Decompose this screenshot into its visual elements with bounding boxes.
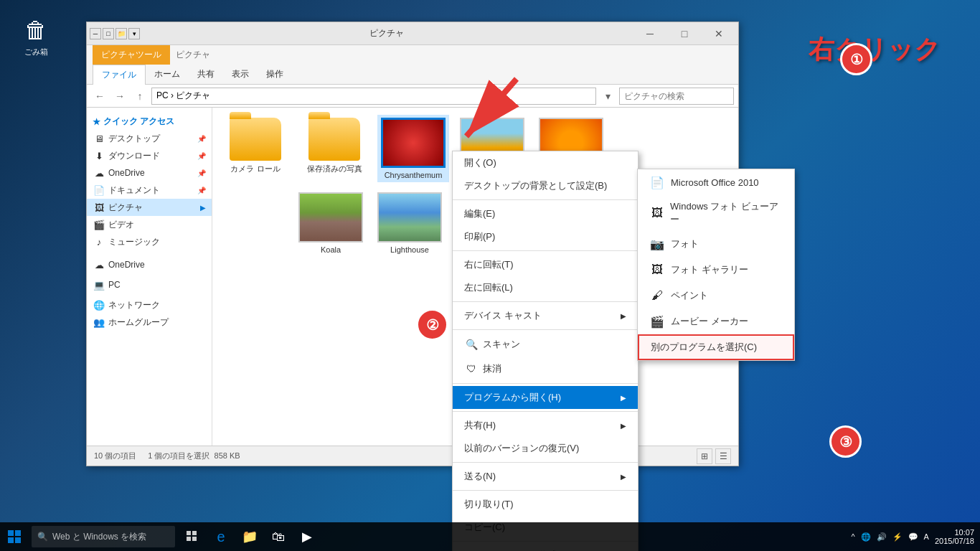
list-item[interactable]: Lighthouse xyxy=(374,189,446,257)
up-btn[interactable]: ↑ xyxy=(131,88,149,105)
ctx-rotate-left[interactable]: 左に回転(L) xyxy=(453,276,638,299)
taskbar-search[interactable]: 🔍 Web と Windows を検索 xyxy=(32,526,175,547)
taskbar-volume-icon: 🔊 xyxy=(877,532,887,542)
sidebar-pictures[interactable]: 🖼 ピクチャ ▶ xyxy=(87,199,212,216)
videos-icon: 🎬 xyxy=(93,218,105,231)
submenu-choose-program[interactable]: 別のプログラムを選択(C) xyxy=(638,334,794,360)
network-icon: 🌐 xyxy=(93,298,105,311)
file-label: Chrysanthemum xyxy=(385,171,443,179)
annotation-circle-1: ① xyxy=(840,43,872,75)
recycle-bin[interactable]: 🗑 ごみ箱 xyxy=(14,14,57,57)
submenu-photo-gallery[interactable]: 🖼 フォト ギャラリー xyxy=(638,257,794,283)
file-label: カメラ ロール xyxy=(230,164,280,174)
list-item[interactable]: Koala xyxy=(295,189,367,257)
submenu: 📄 Microsoft Office 2010 🖼 Windows フォト ビュ… xyxy=(637,169,795,361)
taskview-btn[interactable] xyxy=(178,522,207,551)
svg-rect-8 xyxy=(187,537,191,541)
media-btn[interactable]: ▶ xyxy=(293,522,321,551)
ctx-share[interactable]: 共有(H) ▶ xyxy=(453,414,638,437)
submenu-photos[interactable]: 📷 フォト xyxy=(638,231,794,257)
ctx-rotate-right[interactable]: 右に回転(T) xyxy=(453,253,638,276)
annotation-circle-3: ③ xyxy=(829,425,862,458)
ctx-erase[interactable]: 🛡 抹消 xyxy=(453,357,638,381)
sidebar-videos[interactable]: 🎬 ビデオ xyxy=(87,216,212,233)
ctx-cast[interactable]: デバイス キャスト ▶ xyxy=(453,304,638,327)
pc-icon: 💻 xyxy=(93,278,105,291)
view-list-btn[interactable]: ☰ xyxy=(715,448,731,464)
taskview-icon xyxy=(186,530,199,543)
tab-share[interactable]: 共有 xyxy=(189,65,223,84)
submenu-movie-maker[interactable]: 🎬 ムービー メーカー xyxy=(638,309,794,334)
address-dropdown[interactable]: ▾ xyxy=(599,88,616,105)
ctx-send[interactable]: 送る(N) ▶ xyxy=(453,465,638,488)
tab-file[interactable]: ファイル xyxy=(93,65,146,85)
ctx-scan[interactable]: 🔍 スキャン xyxy=(453,332,638,357)
ribbon-tab-tools[interactable]: ピクチャツール xyxy=(93,45,170,65)
onedrive2-icon: ☁ xyxy=(93,258,105,271)
tab-home[interactable]: ホーム xyxy=(146,65,189,84)
taskbar-clock[interactable]: 10:07 2015/07/18 xyxy=(935,528,974,545)
ribbon-tools-label: ピクチャ xyxy=(170,45,216,65)
taskbar-search-text: Web と Windows を検索 xyxy=(52,531,146,543)
list-item[interactable]: カメラ ロール xyxy=(220,115,291,182)
sidebar-desktop[interactable]: 🖥 デスクトップ 📌 xyxy=(87,130,212,147)
ctx-restore[interactable]: 以前のバージョンの復元(V) xyxy=(453,437,638,460)
sidebar-quick-access[interactable]: ★ クイック アクセス xyxy=(87,113,212,130)
date: 2015/07/18 xyxy=(935,537,974,545)
edge-btn[interactable]: e xyxy=(207,522,235,551)
sidebar-documents[interactable]: 📄 ドキュメント 📌 xyxy=(87,182,212,199)
folder-btn[interactable]: 📁 xyxy=(235,522,264,551)
taskbar-battery-icon: ⚡ xyxy=(892,532,903,542)
pictures-icon: 🖼 xyxy=(93,201,105,214)
movie-maker-icon: 🎬 xyxy=(649,314,665,329)
back-btn[interactable]: ← xyxy=(91,88,108,105)
arrow-annotation xyxy=(445,72,531,158)
window-title: ピクチャ xyxy=(140,27,633,39)
scan-icon: 🔍 xyxy=(464,337,479,352)
thumbnail xyxy=(377,192,442,242)
address-bar: ← → ↑ PC › ピクチャ ▾ xyxy=(87,85,738,108)
tab-view[interactable]: 表示 xyxy=(223,65,258,84)
sidebar-downloads[interactable]: ⬇ ダウンロード 📌 xyxy=(87,147,212,164)
status-items: 10 個の項目 xyxy=(94,451,136,461)
status-selected: 1 個の項目を選択 858 KB xyxy=(148,451,240,461)
ctx-set-desktop[interactable]: デスクトップの背景として設定(B) xyxy=(453,174,638,197)
view-grid-btn[interactable]: ⊞ xyxy=(697,448,712,464)
svg-rect-5 xyxy=(15,537,21,543)
sidebar-onedrive2[interactable]: ☁ OneDrive xyxy=(87,256,212,273)
ctx-open-with[interactable]: プログラムから開く(H) ▶ xyxy=(453,386,638,409)
status-bar-right: ⊞ ☰ xyxy=(697,448,731,464)
close-window[interactable]: ✕ xyxy=(702,23,735,44)
sidebar-onedrive[interactable]: ☁ OneDrive 📌 xyxy=(87,164,212,182)
sidebar-homegroup[interactable]: 👥 ホームグループ xyxy=(87,314,212,331)
ctx-sep xyxy=(453,199,638,200)
start-button[interactable] xyxy=(0,522,29,551)
sidebar-network[interactable]: 🌐 ネットワーク xyxy=(87,296,212,314)
forward-btn[interactable]: → xyxy=(111,88,128,105)
sidebar-pc[interactable]: 💻 PC xyxy=(87,276,212,293)
ctx-print[interactable]: 印刷(P) xyxy=(453,225,638,248)
minimize-window[interactable]: ─ xyxy=(633,23,666,44)
list-item[interactable]: 保存済みの写真 xyxy=(298,115,370,182)
store-btn[interactable]: 🛍 xyxy=(264,522,293,551)
ctx-cut[interactable]: 切り取り(T) xyxy=(453,493,638,516)
minimize-btn[interactable]: ─ xyxy=(90,28,101,39)
window-controls: ─ □ ✕ xyxy=(633,23,735,44)
list-item[interactable]: Chrysanthemum xyxy=(377,115,449,182)
submenu-photo-viewer[interactable]: 🖼 Windows フォト ビューアー xyxy=(638,195,794,231)
submenu-office[interactable]: 📄 Microsoft Office 2010 xyxy=(638,169,794,195)
search-input[interactable] xyxy=(619,88,734,105)
ribbon-tabs: ピクチャツール ピクチャ xyxy=(87,45,738,65)
tb-folder-btn[interactable]: 📁 xyxy=(116,28,127,39)
submenu-paint[interactable]: 🖌 ペイント xyxy=(638,283,794,309)
tb-down-btn[interactable]: ▾ xyxy=(128,28,140,39)
svg-rect-4 xyxy=(8,537,14,543)
maximize-btn[interactable]: □ xyxy=(103,28,114,39)
sidebar-music[interactable]: ♪ ミュージック xyxy=(87,233,212,250)
taskbar-lang: A xyxy=(924,532,929,541)
maximize-window[interactable]: □ xyxy=(668,23,701,44)
taskbar-chevron[interactable]: ^ xyxy=(851,532,854,541)
tab-operations[interactable]: 操作 xyxy=(258,65,292,84)
svg-rect-9 xyxy=(192,537,197,541)
ctx-edit[interactable]: 編集(E) xyxy=(453,202,638,225)
